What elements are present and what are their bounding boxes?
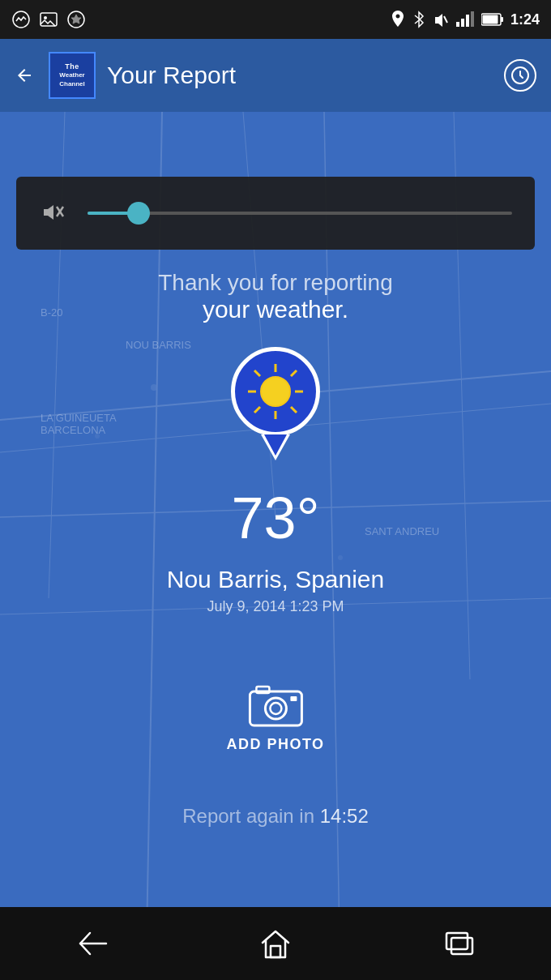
svg-point-2: [44, 16, 47, 19]
map-area: NOU BARRIS LA GUINEUETABARCELONA SANT AN…: [0, 112, 551, 980]
report-again-text: Report again in 14:52: [182, 805, 369, 827]
location-info: Nou Barris, Spanien July 9, 2014 1:23 PM: [0, 566, 551, 615]
nav-back-button[interactable]: [67, 919, 116, 968]
svg-rect-11: [482, 15, 498, 24]
status-bar: 1:24: [0, 0, 551, 39]
svg-rect-8: [466, 15, 469, 27]
svg-rect-42: [290, 696, 297, 701]
thank-you-line2: your weather.: [0, 296, 551, 323]
svg-point-24: [95, 434, 100, 439]
location-icon: [391, 11, 405, 28]
status-time: 1:24: [510, 11, 540, 28]
pin-tail-inner: [264, 434, 287, 456]
svg-rect-9: [471, 11, 474, 27]
svg-rect-12: [501, 17, 503, 22]
signal-icon: [455, 11, 475, 28]
svg-point-37: [264, 380, 287, 403]
history-button[interactable]: [504, 59, 536, 92]
svg-line-33: [291, 407, 297, 413]
svg-marker-4: [71, 15, 81, 24]
header-left: The Weather Channel Your Report: [15, 52, 236, 99]
svg-line-5: [444, 16, 447, 23]
nav-recents-button[interactable]: [435, 919, 484, 968]
mute-icon: [39, 199, 68, 228]
temperature-display: 73°: [0, 485, 551, 551]
svg-point-23: [151, 384, 157, 391]
back-arrow-icon[interactable]: [15, 66, 34, 85]
svg-line-32: [254, 370, 260, 376]
svg-point-39: [265, 698, 286, 719]
svg-point-25: [338, 555, 343, 560]
location-name: Nou Barris, Spanien: [0, 566, 551, 593]
weather-pin: [231, 347, 320, 460]
sun-icon: [245, 361, 306, 422]
svg-line-34: [291, 370, 297, 376]
add-photo-button[interactable]: ADD PHOTO: [226, 679, 324, 753]
svg-rect-46: [451, 938, 472, 954]
weather-channel-logo: The Weather Channel: [49, 52, 96, 99]
nav-bar: [0, 907, 551, 980]
bluetooth-icon: [412, 11, 426, 28]
svg-rect-6: [456, 22, 459, 27]
sound-mute-icon: [433, 11, 449, 28]
soccer-icon: [66, 10, 86, 29]
svg-rect-7: [461, 19, 464, 27]
messenger-icon: [11, 10, 31, 29]
report-again-section: Report again in 14:52: [0, 805, 551, 828]
camera-icon: [247, 679, 304, 728]
add-photo-label: ADD PHOTO: [226, 736, 324, 753]
svg-rect-41: [256, 687, 269, 693]
report-again-prefix: Report again in: [182, 805, 319, 827]
slider-thumb[interactable]: [127, 202, 150, 225]
page-title: Your Report: [107, 62, 236, 89]
status-left-icons: [11, 10, 86, 29]
location-datetime: July 9, 2014 1:23 PM: [0, 598, 551, 615]
report-again-countdown: 14:52: [320, 805, 369, 827]
status-right-icons: 1:24: [391, 11, 540, 28]
thank-you-line1: Thank you for reporting: [0, 270, 551, 296]
thank-you-message: Thank you for reporting your weather.: [0, 270, 551, 323]
pin-circle: [231, 347, 320, 436]
temperature-value: 73°: [232, 486, 320, 550]
svg-rect-45: [446, 933, 468, 949]
svg-rect-44: [271, 946, 280, 957]
svg-line-35: [254, 407, 260, 413]
app-header: The Weather Channel Your Report: [0, 39, 551, 112]
nav-home-button[interactable]: [251, 919, 300, 968]
battery-icon: [481, 12, 504, 27]
slider-track[interactable]: [88, 212, 512, 215]
volume-slider[interactable]: [16, 177, 535, 250]
svg-point-40: [270, 703, 281, 714]
image-icon: [39, 10, 58, 29]
svg-rect-1: [41, 13, 57, 26]
